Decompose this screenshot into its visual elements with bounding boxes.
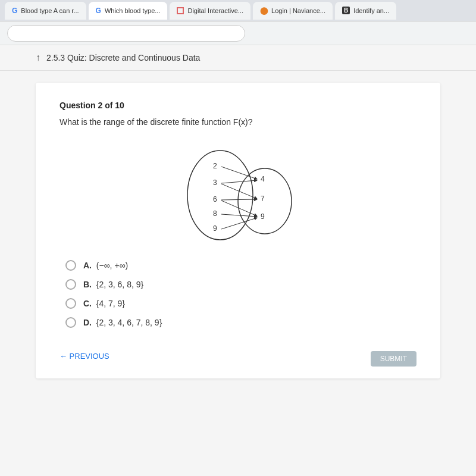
svg-line-4 xyxy=(221,184,257,199)
g-favicon-1: G xyxy=(12,7,17,15)
tab-naviance[interactable]: ⬤ Login | Naviance... xyxy=(253,2,333,20)
tab-identify[interactable]: B Identify an... xyxy=(335,2,396,20)
question-label: Question 2 of 10 xyxy=(60,101,416,110)
svg-line-7 xyxy=(221,214,257,217)
left-val-3: 3 xyxy=(213,178,217,187)
options-list: A. (−∞, +∞) B. {2, 3, 6, 8, 9} C. {4, 7,… xyxy=(60,260,416,328)
quiz-footer: ← PREVIOUS SUBMIT xyxy=(60,346,416,361)
question-text: What is the range of the discrete finite… xyxy=(60,117,416,127)
left-val-8: 8 xyxy=(213,209,217,218)
svg-line-5 xyxy=(221,199,257,200)
tab-label-5: Identify an... xyxy=(353,7,389,14)
left-val-6: 6 xyxy=(213,195,217,203)
radio-c[interactable] xyxy=(65,298,76,309)
right-val-4: 4 xyxy=(261,175,265,183)
right-val-9r: 9 xyxy=(261,212,265,221)
option-d[interactable]: D. {2, 3, 4, 6, 7, 8, 9} xyxy=(65,317,416,328)
prev-button[interactable]: ← PREVIOUS xyxy=(60,352,109,361)
option-d-label: D. {2, 3, 4, 6, 7, 8, 9} xyxy=(83,318,162,327)
option-a[interactable]: A. (−∞, +∞) xyxy=(65,260,416,271)
diagram-container: 2 3 6 8 9 4 7 9 xyxy=(60,139,416,246)
option-b-label: B. {2, 3, 6, 8, 9} xyxy=(83,280,143,289)
mapping-diagram: 2 3 6 8 9 4 7 9 xyxy=(173,139,303,246)
tab-digital-interactive[interactable]: Digital Interactive... xyxy=(170,2,250,20)
quiz-header-icon: ↑ xyxy=(36,52,40,63)
option-c[interactable]: C. {4, 7, 9} xyxy=(65,298,416,309)
option-a-label: A. (−∞, +∞) xyxy=(83,261,128,270)
submit-button[interactable]: SUBMIT xyxy=(371,351,416,367)
address-bar xyxy=(0,21,476,45)
browser-tabs-bar: G Blood type A can r... G Which blood ty… xyxy=(0,0,476,21)
nav-favicon-4: ⬤ xyxy=(260,7,268,15)
option-b[interactable]: B. {2, 3, 6, 8, 9} xyxy=(65,279,416,290)
left-val-2: 2 xyxy=(213,162,217,170)
radio-b[interactable] xyxy=(65,279,76,290)
left-val-9: 9 xyxy=(213,224,217,233)
b-favicon-5: B xyxy=(342,7,350,14)
square-favicon-3 xyxy=(177,7,184,14)
svg-point-1 xyxy=(238,168,292,234)
main-content: ↑ 2.5.3 Quiz: Discrete and Continuous Da… xyxy=(0,45,476,476)
quiz-body: Question 2 of 10 What is the range of th… xyxy=(36,83,440,378)
option-c-label: C. {4, 7, 9} xyxy=(83,299,125,308)
radio-a[interactable] xyxy=(65,260,76,271)
svg-point-0 xyxy=(187,151,253,240)
address-input[interactable] xyxy=(7,25,245,42)
tab-label-2: Which blood type... xyxy=(105,7,161,14)
right-val-7: 7 xyxy=(261,195,265,203)
tab-which-blood-type[interactable]: G Which blood type... xyxy=(89,2,168,20)
tab-label-3: Digital Interactive... xyxy=(187,7,243,14)
tab-label-1: Blood type A can r... xyxy=(21,7,79,14)
svg-line-8 xyxy=(221,218,257,229)
quiz-header-title: 2.5.3 Quiz: Discrete and Continuous Data xyxy=(46,53,200,62)
quiz-header: ↑ 2.5.3 Quiz: Discrete and Continuous Da… xyxy=(0,45,476,71)
g-favicon-2: G xyxy=(96,7,101,15)
tab-label-4: Login | Naviance... xyxy=(271,7,325,14)
tab-blood-type-a[interactable]: G Blood type A can r... xyxy=(5,2,86,20)
radio-d[interactable] xyxy=(65,317,76,328)
